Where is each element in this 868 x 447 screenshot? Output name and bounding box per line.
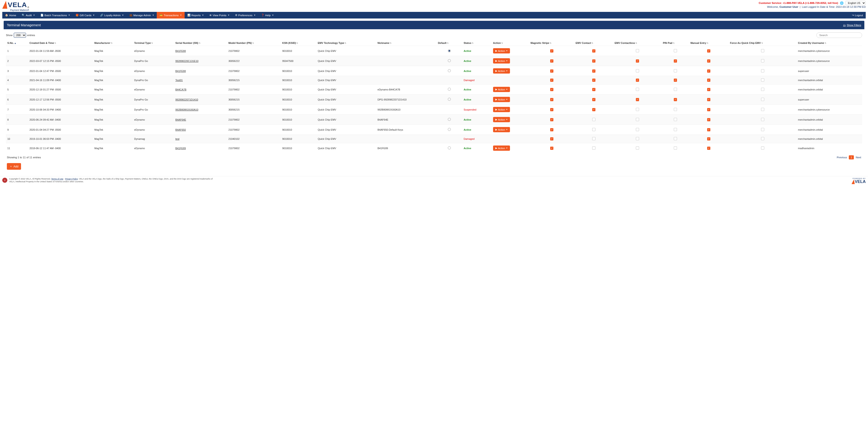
checkbox[interactable] [761, 59, 764, 62]
checkbox[interactable] [592, 88, 595, 91]
checkbox[interactable] [636, 59, 639, 63]
col-emv-technology-type[interactable]: EMV Technology Type⇅ [316, 40, 376, 46]
checkbox[interactable] [761, 128, 764, 131]
col-emv-contactless[interactable]: EMV Contactless⇅ [613, 40, 661, 46]
action-button[interactable]: ▶Action▼ [493, 107, 510, 112]
col-default[interactable]: Default⇅ [437, 40, 462, 46]
col-serial-number-sn-[interactable]: Serial Number (SN)⇅ [174, 40, 227, 46]
checkbox[interactable] [761, 69, 764, 72]
checkbox[interactable] [674, 49, 677, 52]
nav-item-gift-cards[interactable]: 🎁Gift Cards▼ [73, 12, 98, 19]
col-created-date-time[interactable]: Created Date & Time⇅ [28, 40, 93, 46]
search-input[interactable] [816, 32, 862, 38]
checkbox[interactable] [707, 128, 710, 131]
default-radio[interactable] [448, 118, 451, 121]
serial-link[interactable]: B41FE88 [175, 70, 186, 72]
logout-button[interactable]: ↪ Logout [849, 12, 866, 19]
globe-icon[interactable]: 🌐 [840, 1, 843, 5]
serial-link[interactable]: test [175, 137, 179, 140]
nav-item-preferences[interactable]: ⚙Preferences▼ [232, 12, 258, 19]
col-created-by-username[interactable]: Created By Username⇅ [797, 40, 862, 46]
checkbox[interactable] [550, 98, 553, 101]
checkbox[interactable] [707, 98, 710, 101]
col-model-number-pn-[interactable]: Model Number (PN)⇅ [227, 40, 281, 46]
default-radio[interactable] [448, 88, 451, 91]
checkbox[interactable] [550, 118, 553, 121]
checkbox[interactable] [674, 118, 677, 121]
col-s-no-[interactable]: S.No.▲ [6, 40, 28, 46]
checkbox[interactable] [550, 128, 553, 131]
nav-item-loyalty-admin[interactable]: 🔗Loyalty Admin▼ [97, 12, 127, 19]
nav-item-batch-transactions[interactable]: 📄Batch Transactions▼ [38, 12, 73, 19]
serial-link[interactable]: B41FE89 [175, 147, 186, 150]
col-terminal-type[interactable]: Terminal Type⇅ [133, 40, 174, 46]
col-manufacturer[interactable]: Manufacturer⇅ [93, 40, 133, 46]
checkbox[interactable] [592, 137, 595, 140]
default-radio[interactable] [448, 69, 451, 72]
checkbox[interactable] [550, 49, 553, 53]
previous-button[interactable]: Previous [837, 156, 847, 159]
checkbox[interactable] [707, 78, 710, 82]
checkbox[interactable] [707, 137, 710, 140]
nav-item-view-points[interactable]: 👁View Points▼ [207, 12, 232, 19]
serial-link[interactable]: B4AF64E [175, 118, 186, 121]
action-button[interactable]: ▶Action▼ [493, 117, 510, 122]
checkbox[interactable] [707, 88, 710, 91]
add-button[interactable]: ＋ Add [7, 163, 21, 170]
col-force-as-quick-chip-emv[interactable]: Force As Quick Chip EMV⇅ [728, 40, 797, 46]
entries-select[interactable]: 200 [14, 33, 26, 38]
language-select[interactable]: English US [845, 1, 866, 5]
checkbox[interactable] [550, 137, 553, 140]
serial-link[interactable]: 992B808819160A10 [175, 108, 198, 111]
action-button[interactable]: ▶Action▼ [493, 48, 510, 54]
checkbox[interactable] [636, 118, 639, 121]
logo-block[interactable]: VELA ® Payment Matters® [2, 1, 29, 11]
checkbox[interactable] [761, 118, 764, 121]
checkbox[interactable] [550, 88, 553, 91]
checkbox[interactable] [707, 49, 710, 53]
checkbox[interactable] [761, 108, 764, 111]
default-radio[interactable] [448, 147, 451, 149]
action-button[interactable]: ▶Action▼ [493, 127, 510, 132]
default-radio[interactable] [448, 59, 451, 62]
checkbox[interactable] [761, 88, 764, 91]
col-manual-entry[interactable]: Manual Entry⇅ [689, 40, 728, 46]
default-radio[interactable] [448, 128, 451, 131]
checkbox[interactable] [550, 147, 553, 150]
col-ksn-ksid-[interactable]: KSN (KSID)⇅ [281, 40, 316, 46]
next-button[interactable]: Next [856, 156, 861, 159]
checkbox[interactable] [592, 69, 595, 73]
nav-item-transactions[interactable]: 💳Transactions▼ [157, 12, 184, 19]
nav-item-reports[interactable]: 📊Reports▼ [185, 12, 207, 19]
checkbox[interactable] [674, 88, 677, 91]
action-button[interactable]: ▶Action▼ [493, 68, 510, 73]
col-emv-contact[interactable]: EMV Contact⇅ [574, 40, 613, 46]
default-radio[interactable] [448, 49, 451, 52]
serial-link[interactable]: B41FE88 [175, 50, 186, 52]
checkbox[interactable] [592, 128, 595, 131]
checkbox[interactable] [674, 128, 677, 131]
checkbox[interactable] [761, 98, 764, 101]
checkbox[interactable] [707, 147, 710, 150]
nav-item-audit[interactable]: 🔍Audit▼ [19, 12, 38, 19]
checkbox[interactable] [636, 98, 639, 101]
serial-link[interactable]: B44CA7B [175, 88, 186, 91]
serial-link[interactable]: B4AF650 [175, 128, 186, 131]
action-button[interactable]: ▶Action▼ [493, 58, 510, 64]
show-filters-button[interactable]: 🗂 Show Filters [843, 24, 861, 27]
action-button[interactable]: ▶Action▼ [493, 87, 510, 92]
checkbox[interactable] [707, 118, 710, 121]
serial-link[interactable]: 99289822071D1410 [175, 98, 198, 101]
action-button[interactable]: ▶Action▼ [493, 97, 510, 102]
default-radio[interactable] [448, 98, 451, 101]
terms-link[interactable]: Terms of Use [51, 178, 63, 180]
checkbox[interactable] [550, 78, 553, 82]
page-1-button[interactable]: 1 [849, 155, 854, 159]
col-pin-pad[interactable]: PIN Pad⇅ [661, 40, 689, 46]
checkbox[interactable] [761, 137, 764, 140]
checkbox[interactable] [636, 78, 639, 82]
privacy-link[interactable]: Privacy Policy [65, 178, 78, 180]
checkbox[interactable] [636, 108, 639, 111]
checkbox[interactable] [592, 108, 595, 111]
serial-link[interactable]: Test01 [175, 79, 183, 82]
